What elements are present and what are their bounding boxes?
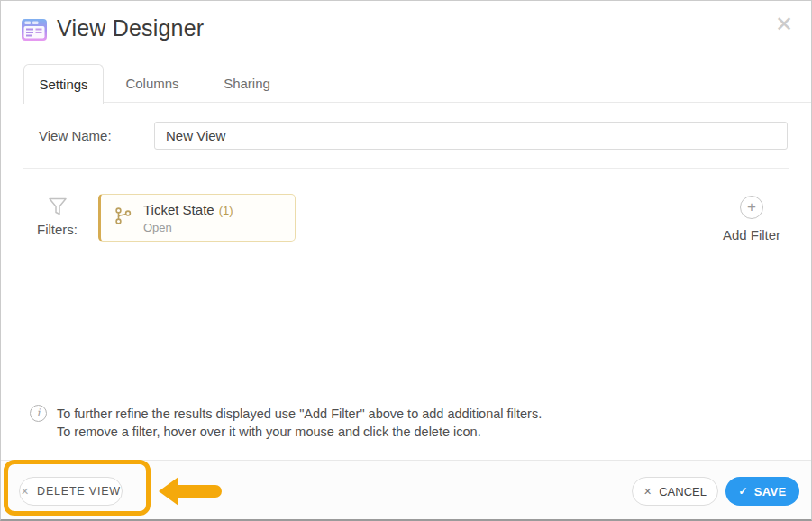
- info-line-2: To remove a filter, hover over it with y…: [57, 424, 542, 442]
- section-divider: [23, 168, 789, 169]
- tab-sharing[interactable]: Sharing: [202, 64, 292, 103]
- close-icon[interactable]: ✕: [775, 14, 793, 35]
- info-text: To further refine the results displayed …: [57, 406, 542, 441]
- filter-chip-ticket-state[interactable]: Ticket State(1) Open: [98, 194, 296, 242]
- delete-view-label: DELETE VIEW: [37, 485, 121, 498]
- view-designer-dialog: View Designer ✕ Settings Columns Sharing…: [0, 0, 812, 521]
- save-check-icon: ✓: [739, 485, 748, 498]
- plus-icon: +: [740, 196, 763, 219]
- page-title: View Designer: [57, 15, 204, 41]
- cancel-x-icon: ✕: [643, 486, 652, 498]
- highlight-arrow-icon: [159, 477, 178, 506]
- view-name-input[interactable]: [154, 122, 788, 150]
- filter-funnel-icon: [48, 197, 68, 220]
- filter-value: Open: [143, 221, 233, 234]
- filter-name: Ticket State: [143, 202, 214, 217]
- info-line-1: To further refine the results displayed …: [57, 406, 542, 424]
- filter-count-badge: (1): [219, 204, 233, 217]
- cancel-button[interactable]: ✕ CANCEL: [632, 477, 718, 506]
- view-designer-icon: [21, 17, 48, 42]
- save-label: SAVE: [754, 485, 787, 498]
- tab-columns[interactable]: Columns: [103, 64, 202, 103]
- view-name-label: View Name:: [39, 128, 112, 143]
- highlight-arrow-shaft: [177, 485, 222, 498]
- save-button[interactable]: ✓ SAVE: [725, 477, 799, 506]
- branch-icon: [114, 206, 132, 229]
- info-icon: i: [30, 405, 47, 422]
- filters-label: Filters:: [37, 222, 78, 237]
- delete-x-icon: ✕: [21, 486, 30, 498]
- tab-settings[interactable]: Settings: [23, 64, 104, 104]
- add-filter-button[interactable]: + Add Filter: [716, 196, 788, 242]
- add-filter-label: Add Filter: [716, 227, 788, 242]
- cancel-label: CANCEL: [659, 485, 707, 498]
- delete-view-button[interactable]: ✕ DELETE VIEW: [19, 477, 123, 506]
